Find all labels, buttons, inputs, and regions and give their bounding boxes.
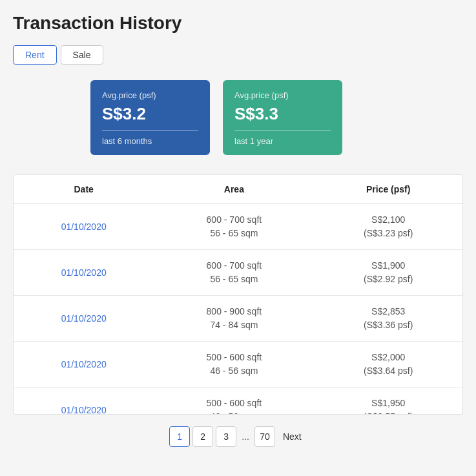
cell-date-2: 01/10/2020 — [14, 296, 154, 342]
tab-bar: Rent Sale — [13, 45, 463, 65]
cell-date-3: 01/10/2020 — [14, 342, 154, 388]
cell-date-0: 01/10/2020 — [14, 204, 154, 250]
table-row: 01/10/2020 600 - 700 sqft56 - 65 sqm S$1… — [14, 250, 462, 296]
stat-value-6months: S$3.2 — [102, 104, 198, 124]
stat-period-1year: last 1 year — [234, 136, 331, 146]
table-row: 01/10/2020 600 - 700 sqft56 - 65 sqm S$2… — [14, 204, 462, 250]
cell-area-2: 800 - 900 sqft74 - 84 sqm — [154, 296, 314, 342]
cell-price-4: S$1,950(S$3.55 psf) — [314, 388, 462, 415]
table-row: 01/10/2020 500 - 600 sqft46 - 56 sqm S$1… — [14, 388, 462, 415]
page-title: Transaction History — [13, 13, 463, 34]
stat-value-1year: S$3.3 — [234, 104, 331, 124]
cell-date-4: 01/10/2020 — [14, 388, 154, 415]
stat-card-6months: Avg.price (psf) S$3.2 last 6 months — [90, 80, 210, 155]
stat-card-1year: Avg.price (psf) S$3.3 last 1 year — [223, 80, 342, 155]
cell-area-4: 500 - 600 sqft46 - 56 sqm — [154, 388, 314, 415]
table-row: 01/10/2020 800 - 900 sqft74 - 84 sqm S$2… — [14, 296, 462, 342]
cell-area-3: 500 - 600 sqft46 - 56 sqm — [154, 342, 314, 388]
page-btn-1[interactable]: 1 — [169, 426, 190, 447]
tab-sale[interactable]: Sale — [61, 45, 103, 65]
next-button[interactable]: Next — [278, 428, 307, 446]
stats-row: Avg.price (psf) S$3.2 last 6 months Avg.… — [13, 80, 463, 155]
page-btn-2[interactable]: 2 — [192, 426, 213, 447]
stat-period-6months: last 6 months — [102, 136, 198, 146]
transaction-table-container: Date Area Price (psf) 01/10/2020 600 - 7… — [13, 174, 463, 415]
cell-price-2: S$2,853(S$3.36 psf) — [314, 296, 462, 342]
cell-area-1: 600 - 700 sqft56 - 65 sqm — [154, 250, 314, 296]
table-scroll[interactable]: Date Area Price (psf) 01/10/2020 600 - 7… — [14, 175, 462, 414]
cell-date-1: 01/10/2020 — [14, 250, 154, 296]
col-header-price: Price (psf) — [314, 175, 462, 204]
pagination: 1 2 3 ... 70 Next — [13, 426, 463, 447]
tab-rent[interactable]: Rent — [13, 45, 57, 65]
transaction-table: Date Area Price (psf) 01/10/2020 600 - 7… — [14, 175, 462, 414]
stat-label-6months: Avg.price (psf) — [102, 90, 198, 100]
stat-label-1year: Avg.price (psf) — [234, 90, 331, 100]
col-header-area: Area — [154, 175, 314, 204]
cell-price-1: S$1,900(S$2.92 psf) — [314, 250, 462, 296]
cell-price-0: S$2,100(S$3.23 psf) — [314, 204, 462, 250]
page-btn-3[interactable]: 3 — [216, 426, 236, 447]
cell-area-0: 600 - 700 sqft56 - 65 sqm — [154, 204, 314, 250]
pagination-ellipsis: ... — [239, 431, 252, 442]
page-btn-70[interactable]: 70 — [254, 426, 275, 447]
table-row: 01/10/2020 500 - 600 sqft46 - 56 sqm S$2… — [14, 342, 462, 388]
cell-price-3: S$2,000(S$3.64 psf) — [314, 342, 462, 388]
col-header-date: Date — [14, 175, 154, 204]
